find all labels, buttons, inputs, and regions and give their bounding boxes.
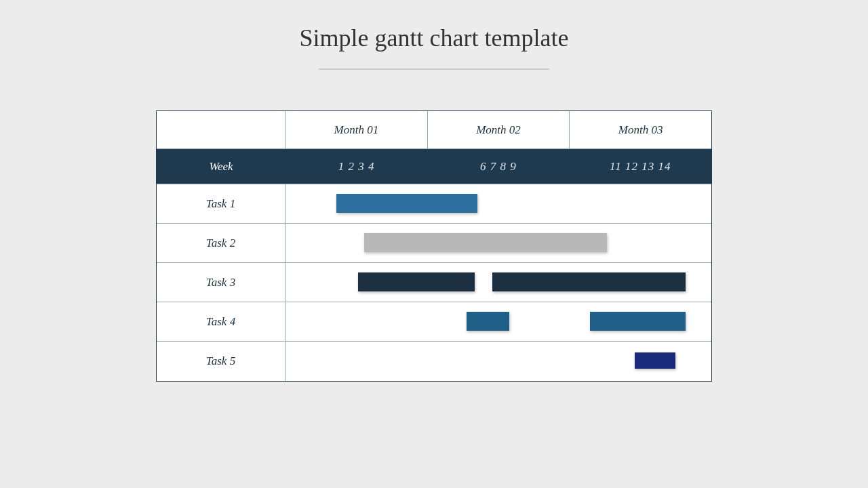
gantt-bar bbox=[492, 272, 686, 291]
month-header-row: Month 01 Month 02 Month 03 bbox=[157, 111, 711, 149]
task-label: Task 4 bbox=[157, 302, 285, 341]
week-group: 11 12 13 14 bbox=[570, 149, 711, 184]
month-header: Month 03 bbox=[570, 111, 711, 148]
gantt-bar bbox=[635, 352, 675, 369]
task-label: Task 5 bbox=[157, 342, 285, 381]
task-row: Task 2 bbox=[157, 224, 711, 263]
month-header: Month 01 bbox=[285, 111, 428, 148]
task-bar-area bbox=[285, 302, 711, 341]
task-label: Task 3 bbox=[157, 263, 285, 302]
gantt-chart: Month 01 Month 02 Month 03 Week 1 2 3 4 … bbox=[156, 110, 712, 382]
week-label: Week bbox=[157, 149, 285, 184]
page-title: Simple gantt chart template bbox=[0, 0, 868, 52]
task-bar-area bbox=[285, 224, 711, 262]
task-row: Task 3 bbox=[157, 263, 711, 302]
task-label: Task 2 bbox=[157, 224, 285, 262]
title-divider bbox=[319, 68, 549, 70]
gantt-bar bbox=[336, 194, 477, 213]
month-header: Month 02 bbox=[428, 111, 570, 148]
gantt-bar bbox=[467, 312, 509, 331]
task-bar-area bbox=[285, 263, 711, 302]
task-bar-area bbox=[285, 184, 711, 223]
task-label: Task 1 bbox=[157, 184, 285, 223]
task-bar-area bbox=[285, 342, 711, 381]
gantt-bar bbox=[364, 233, 607, 252]
gantt-bar bbox=[590, 312, 686, 331]
week-group: 6 7 8 9 bbox=[427, 149, 569, 184]
gantt-bar bbox=[358, 272, 475, 291]
week-header-row: Week 1 2 3 4 6 7 8 9 11 12 13 14 bbox=[157, 149, 711, 184]
task-row: Task 5 bbox=[157, 342, 711, 381]
week-group: 1 2 3 4 bbox=[285, 149, 427, 184]
task-row: Task 1 bbox=[157, 184, 711, 224]
task-row: Task 4 bbox=[157, 302, 711, 342]
month-header-blank bbox=[157, 111, 285, 148]
